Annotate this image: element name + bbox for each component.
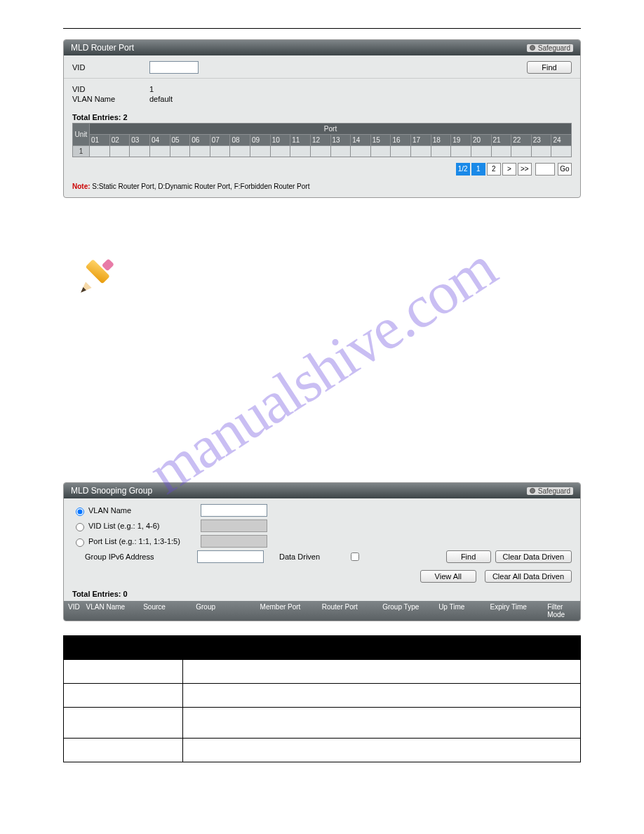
table-header-row xyxy=(64,636,581,660)
unit-header: Unit xyxy=(73,124,90,146)
panel-header: MLD Router Port Safeguard xyxy=(64,40,580,55)
vid-list-option-label: VID List (e.g.: 1, 4-6) xyxy=(88,522,201,530)
page-input[interactable] xyxy=(535,163,555,176)
port-column-header: 13 xyxy=(330,135,351,146)
clear-all-data-driven-button[interactable]: Clear All Data Driven xyxy=(485,570,572,583)
page-2[interactable]: 2 xyxy=(487,163,501,176)
vlan-name-label: VLAN Name xyxy=(72,95,149,103)
vid-label2: VID xyxy=(72,85,149,93)
table-row xyxy=(64,708,581,739)
port-column-header: 22 xyxy=(511,135,532,146)
find-button[interactable]: Find xyxy=(527,61,572,74)
column-label: Router Port xyxy=(322,603,364,618)
vid-list-input[interactable] xyxy=(201,519,267,532)
safeguard-icon xyxy=(530,45,535,51)
svg-marker-1 xyxy=(81,287,86,293)
watermark-region: manualshive.com xyxy=(0,258,644,482)
vlan-name-radio[interactable] xyxy=(76,508,84,516)
data-driven-checkbox[interactable] xyxy=(351,552,359,561)
vid-input[interactable] xyxy=(149,61,199,74)
column-label: Group Type xyxy=(382,603,420,618)
port-column-header: 04 xyxy=(149,135,170,146)
group-ipv6-label: Group IPv6 Address xyxy=(85,552,197,561)
group-ipv6-input[interactable] xyxy=(197,550,264,563)
safeguard-badge: Safeguard xyxy=(527,487,573,495)
snooping-columns-header: VIDVLAN NameSourceGroupMember PortRouter… xyxy=(64,601,580,621)
vid-list-radio[interactable] xyxy=(76,523,84,531)
port-header: Port xyxy=(90,124,572,135)
table-row: 1 xyxy=(73,146,572,157)
svg-rect-2 xyxy=(86,259,110,284)
table-row xyxy=(64,660,581,684)
total-entries-label: Total Entries: 2 xyxy=(72,113,572,121)
note-line: Note: S:Static Router Port, D:Dynamic Ro… xyxy=(72,183,572,190)
port-column-header: 16 xyxy=(391,135,411,146)
port-column-header: 23 xyxy=(531,135,551,146)
svg-marker-0 xyxy=(81,282,91,292)
vlan-name-option-label: VLAN Name xyxy=(88,506,201,515)
port-column-header: 09 xyxy=(250,135,271,146)
port-list-radio[interactable] xyxy=(76,538,84,547)
port-column-header: 01 xyxy=(90,135,110,146)
page-1[interactable]: 1 xyxy=(471,163,485,176)
port-column-header: 08 xyxy=(230,135,250,146)
safeguard-icon xyxy=(530,488,535,494)
vid-value: 1 xyxy=(149,85,154,93)
top-divider xyxy=(63,28,581,29)
port-column-header: 21 xyxy=(491,135,511,146)
port-column-header: 10 xyxy=(270,135,290,146)
go-button[interactable]: Go xyxy=(558,163,572,176)
table-row xyxy=(64,739,581,762)
port-column-header: 15 xyxy=(370,135,391,146)
column-label: VID xyxy=(68,603,82,618)
data-driven-label: Data Driven xyxy=(279,552,320,561)
vlan-name-value: default xyxy=(149,95,173,103)
port-number-row: 0102030405060708091011121314151617181920… xyxy=(73,135,572,146)
mld-router-port-panel: MLD Router Port Safeguard VID Find VID 1… xyxy=(63,39,581,198)
port-column-header: 12 xyxy=(310,135,330,146)
port-column-header: 11 xyxy=(290,135,311,146)
port-column-header: 03 xyxy=(130,135,150,146)
port-list-option-label: Port List (e.g.: 1:1, 1:3-1:5) xyxy=(88,537,201,545)
column-label: Expiry Time xyxy=(490,603,530,618)
vlan-name-input[interactable] xyxy=(201,504,267,517)
port-column-header: 07 xyxy=(210,135,230,146)
port-column-header: 14 xyxy=(351,135,371,146)
port-column-header: 06 xyxy=(190,135,210,146)
vid-label: VID xyxy=(72,63,149,72)
port-column-header: 18 xyxy=(431,135,451,146)
panel-header: MLD Snooping Group Safeguard xyxy=(64,483,580,498)
column-label: VLAN Name xyxy=(86,603,126,618)
table-row xyxy=(64,684,581,708)
safeguard-label: Safeguard xyxy=(538,487,570,495)
port-list-input[interactable] xyxy=(201,535,267,548)
find-button[interactable]: Find xyxy=(446,550,491,563)
clear-data-driven-button[interactable]: Clear Data Driven xyxy=(495,550,572,563)
port-column-header: 17 xyxy=(411,135,431,146)
port-column-header: 02 xyxy=(109,135,130,146)
pagination: 1/2 1 2 > >> Go xyxy=(72,163,572,176)
view-all-button[interactable]: View All xyxy=(420,570,476,583)
port-table: Unit Port 010203040506070809101112131415… xyxy=(72,123,572,157)
column-label: Up Time xyxy=(438,603,471,618)
column-label: Group xyxy=(196,603,241,618)
unit-value-cell: 1 xyxy=(73,146,90,157)
page-last[interactable]: >> xyxy=(518,163,532,176)
panel-title: MLD Snooping Group xyxy=(71,486,152,496)
table-header-cell xyxy=(64,636,183,660)
panel-title: MLD Router Port xyxy=(71,43,134,53)
svg-rect-3 xyxy=(102,258,114,271)
port-column-header: 24 xyxy=(551,135,572,146)
note-text: S:Static Router Port, D:Dynamic Router P… xyxy=(90,183,310,190)
page-next[interactable]: > xyxy=(502,163,516,176)
column-label: Member Port xyxy=(260,603,304,618)
port-column-header: 20 xyxy=(471,135,491,146)
column-label: Source xyxy=(143,603,177,618)
pencil-icon xyxy=(77,258,116,296)
table-header-cell xyxy=(183,636,581,660)
safeguard-badge: Safeguard xyxy=(527,44,573,52)
column-label: Filter Mode xyxy=(547,603,576,618)
page-range[interactable]: 1/2 xyxy=(456,163,470,176)
watermark-text: manualshive.com xyxy=(136,232,507,507)
mld-snooping-group-panel: MLD Snooping Group Safeguard VLAN Name V… xyxy=(63,482,581,621)
